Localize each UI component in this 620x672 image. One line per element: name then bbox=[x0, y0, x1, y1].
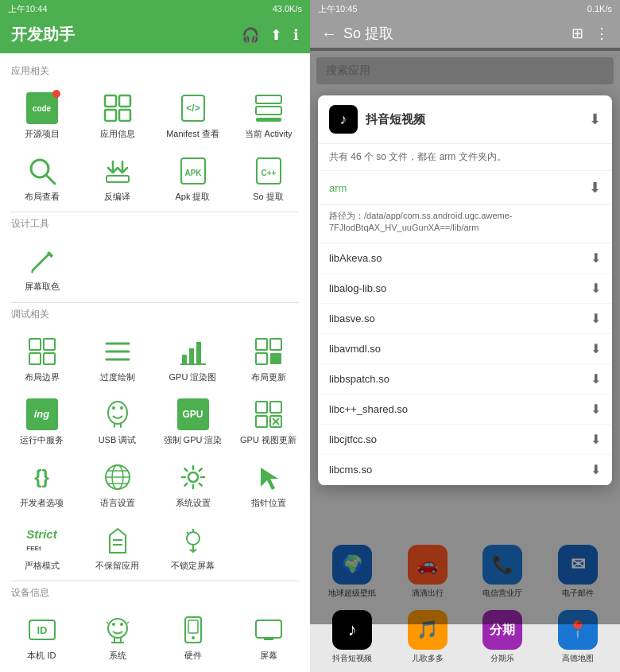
header-right-left: ← So 提取 bbox=[321, 24, 393, 43]
gpu-update-label: GPU 视图更新 bbox=[240, 435, 296, 445]
svg-rect-1 bbox=[119, 95, 130, 107]
svg-rect-0 bbox=[105, 95, 116, 107]
grid-apps: code 开源项目 应用信息 bbox=[0, 81, 310, 212]
so-item-6[interactable]: libcjtfcc.so ⬇ bbox=[318, 425, 612, 455]
so-item-1[interactable]: libalog-lib.so ⬇ bbox=[318, 274, 612, 304]
info-icon[interactable]: ℹ bbox=[293, 26, 299, 44]
grid-item-layout-update[interactable]: 布局更新 bbox=[231, 328, 305, 389]
svg-rect-7 bbox=[256, 107, 281, 115]
download-icon-1[interactable]: ⬇ bbox=[591, 281, 601, 296]
grid-item-dev-options[interactable]: {} 开发者选项 bbox=[5, 453, 79, 515]
section-label-design: 设计工具 bbox=[0, 212, 310, 234]
so-item-0[interactable]: libAkeva.so ⬇ bbox=[318, 243, 612, 274]
grid-item-layout-view[interactable]: 布局查看 bbox=[5, 147, 79, 208]
download-icon-4[interactable]: ⬇ bbox=[591, 371, 601, 386]
screen-icon bbox=[251, 612, 286, 647]
download-icon-3[interactable]: ⬇ bbox=[591, 341, 601, 356]
grid-item-overdraw[interactable]: 过度绘制 bbox=[80, 328, 154, 389]
force-gpu-label: 强制 GPU 渲染 bbox=[164, 435, 223, 445]
so-item-3[interactable]: libavmdl.so ⬇ bbox=[318, 334, 612, 364]
section-label-apps: 应用相关 bbox=[0, 60, 310, 81]
back-button[interactable]: ← bbox=[321, 25, 337, 43]
grid-item-lang[interactable]: 语言设置 bbox=[80, 453, 154, 515]
layout-border-label: 布局边界 bbox=[25, 372, 60, 383]
signal-right: 0.1K/s bbox=[587, 4, 612, 14]
grid-item-usb-debug[interactable]: USB 调试 bbox=[80, 390, 154, 452]
grid-item-device-id[interactable]: ID 本机 ID bbox=[5, 606, 79, 667]
grid-item-gpu-update[interactable]: GPU 视图更新 bbox=[231, 390, 305, 452]
grid-device: ID 本机 ID bbox=[0, 603, 310, 672]
grid-item-network[interactable]: 网络相关 bbox=[5, 670, 79, 673]
download-icon-0[interactable]: ⬇ bbox=[591, 251, 601, 266]
headphone-icon[interactable]: 🎧 bbox=[242, 26, 259, 44]
grid-item-system[interactable]: 系统 bbox=[80, 606, 154, 667]
svg-rect-20 bbox=[29, 353, 41, 364]
share-icon[interactable]: ⬆ bbox=[270, 26, 282, 44]
hardware-icon bbox=[176, 612, 211, 647]
grid-item-hardware[interactable]: 硬件 bbox=[156, 606, 230, 667]
grid-item-so[interactable]: C++ So 提取 bbox=[231, 147, 305, 208]
color-icon bbox=[25, 243, 60, 278]
svg-rect-6 bbox=[256, 95, 281, 103]
grid-view-icon[interactable]: ⊞ bbox=[572, 25, 583, 42]
more-icon[interactable]: ⋮ bbox=[595, 25, 609, 42]
download-icon-5[interactable]: ⬇ bbox=[591, 402, 601, 417]
grid-item-no-keep[interactable]: 不保留应用 bbox=[80, 516, 154, 577]
download-icon-7[interactable]: ⬇ bbox=[591, 462, 601, 477]
svg-line-63 bbox=[127, 622, 129, 623]
popup-header-left: ♪ 抖音短视频 bbox=[329, 105, 425, 134]
apk-label: Apk 提取 bbox=[175, 192, 210, 202]
so-item-7[interactable]: libcms.so ⬇ bbox=[318, 455, 612, 485]
svg-rect-32 bbox=[270, 353, 281, 364]
pointer-icon bbox=[251, 460, 286, 495]
left-panel: 上午10:44 43.0K/s 开发助手 🎧 ⬆ ℹ 应用相关 code 开源项… bbox=[0, 0, 310, 672]
dev-options-icon: {} bbox=[25, 460, 60, 495]
download-icon-2[interactable]: ⬇ bbox=[591, 311, 601, 326]
grid-item-apk[interactable]: APK Apk 提取 bbox=[156, 147, 230, 208]
grid-item-app-info[interactable]: 应用信息 bbox=[80, 84, 154, 146]
svg-point-47 bbox=[188, 472, 198, 482]
svg-rect-65 bbox=[188, 620, 198, 633]
no-lock-label: 不锁定屏幕 bbox=[171, 561, 215, 571]
grid-item-running-service[interactable]: ing 运行中服务 bbox=[5, 390, 79, 452]
svg-rect-19 bbox=[44, 339, 55, 350]
grid-item-decompile[interactable]: 反编译 bbox=[80, 147, 154, 208]
grid-item-activity[interactable]: 当前 Activity bbox=[231, 84, 305, 146]
grid-item-open-source[interactable]: code 开源项目 bbox=[5, 84, 79, 146]
grid-item-cpu[interactable]: CPU bbox=[156, 670, 230, 673]
svg-rect-26 bbox=[189, 348, 194, 364]
grid-item-no-lock[interactable]: 不锁定屏幕 bbox=[156, 516, 230, 577]
svg-point-58 bbox=[120, 623, 123, 626]
grid-item-screen[interactable]: 屏幕 bbox=[231, 606, 305, 667]
grid-item-pointer[interactable]: 指针位置 bbox=[231, 453, 305, 515]
so-item-4[interactable]: libbspatch.so ⬇ bbox=[318, 364, 612, 394]
grid-item-gpu-render[interactable]: GPU 渲染图 bbox=[156, 328, 230, 389]
svg-rect-8 bbox=[256, 118, 281, 122]
no-keep-icon bbox=[100, 522, 135, 557]
popup-folder[interactable]: arm ⬇ bbox=[318, 171, 612, 205]
grid-item-layout-border[interactable]: 布局边界 bbox=[5, 328, 79, 389]
grid-item-vm[interactable]: VM 虚拟机 bbox=[80, 670, 154, 673]
download-icon-6[interactable]: ⬇ bbox=[591, 432, 601, 447]
grid-item-manifest[interactable]: </> Manifest 查看 bbox=[156, 84, 230, 146]
grid-item-sys-settings[interactable]: 系统设置 bbox=[156, 453, 230, 515]
grid-item-strict[interactable]: StrictFEEt 严格模式 bbox=[5, 516, 79, 577]
grid-item-local-apps[interactable]: 本机应用 bbox=[231, 670, 305, 673]
svg-text:APK: APK bbox=[184, 169, 202, 177]
folder-download-icon[interactable]: ⬇ bbox=[589, 179, 601, 196]
so-item-2[interactable]: libasve.so ⬇ bbox=[318, 304, 612, 334]
strict-icon: StrictFEEt bbox=[25, 522, 60, 557]
grid-item-force-gpu[interactable]: GPU 强制 GPU 渲染 bbox=[156, 390, 230, 452]
manifest-label: Manifest 查看 bbox=[166, 129, 219, 139]
left-content: 应用相关 code 开源项目 应用信息 bbox=[0, 53, 310, 672]
popup-download-icon[interactable]: ⬇ bbox=[589, 111, 601, 128]
so-item-5[interactable]: libc++_shared.so ⬇ bbox=[318, 394, 612, 425]
layout-update-label: 布局更新 bbox=[251, 372, 286, 383]
apk-icon: APK bbox=[176, 153, 211, 188]
gpu-render-label: GPU 渲染图 bbox=[169, 372, 217, 383]
device-id-label: 本机 ID bbox=[27, 651, 56, 661]
grid-item-color[interactable]: 屏幕取色 bbox=[5, 237, 79, 298]
lang-label: 语言设置 bbox=[100, 498, 135, 508]
svg-rect-67 bbox=[256, 620, 281, 638]
open-source-icon: code bbox=[25, 91, 60, 126]
